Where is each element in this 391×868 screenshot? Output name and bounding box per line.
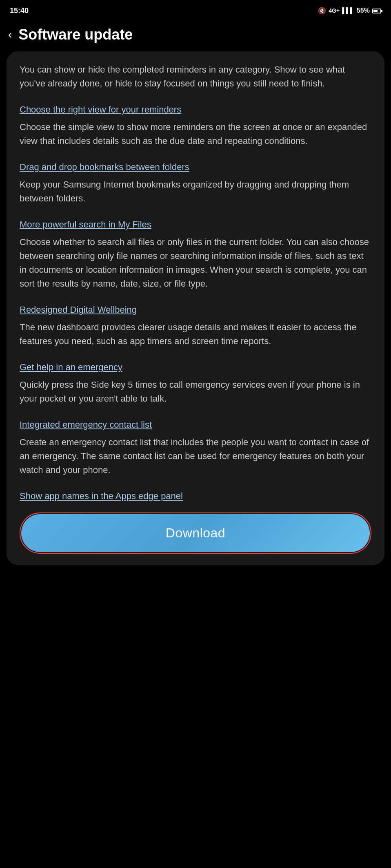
feature-title-2: More powerful search in My Files: [20, 219, 371, 231]
feature-desc-1: Keep your Samsung Internet bookmarks org…: [20, 178, 371, 205]
feature-title-4: Get help in an emergency: [20, 361, 371, 374]
content-card: You can show or hide the completed remin…: [7, 51, 384, 565]
page-title: Software update: [18, 26, 133, 43]
mute-icon: 🔇: [318, 7, 326, 15]
status-bar: 15:40 🔇 4G+ ▌▌▌ 55%: [0, 0, 391, 20]
feature-desc-5: Create an emergency contact list that in…: [20, 435, 371, 477]
feature-title-1: Drag and drop bookmarks between folders: [20, 161, 371, 174]
header: ‹ Software update: [0, 20, 391, 51]
feature-section-5: Integrated emergency contact list Create…: [20, 419, 371, 477]
status-icons: 🔇 4G+ ▌▌▌ 55%: [318, 7, 381, 15]
feature-section-2: More powerful search in My Files Choose …: [20, 219, 371, 291]
feature-section-6: Show app names in the Apps edge panel: [20, 490, 371, 503]
feature-section-4: Get help in an emergency Quickly press t…: [20, 361, 371, 406]
status-time: 15:40: [10, 7, 29, 15]
feature-section-0: Choose the right view for your reminders…: [20, 104, 371, 148]
signal-bars-icon: ▌▌▌: [342, 7, 354, 14]
feature-desc-2: Choose whether to search all files or on…: [20, 235, 371, 291]
feature-title-0: Choose the right view for your reminders: [20, 104, 371, 116]
feature-section-3: Redesigned Digital Wellbeing The new das…: [20, 304, 371, 348]
battery-icon: [372, 7, 381, 14]
feature-title-6: Show app names in the Apps edge panel: [20, 490, 371, 503]
battery-percentage: 55%: [357, 7, 370, 14]
signal-strength: 4G+: [329, 7, 340, 14]
feature-desc-3: The new dashboard provides clearer usage…: [20, 320, 371, 348]
feature-title-3: Redesigned Digital Wellbeing: [20, 304, 371, 316]
download-button-wrapper: Download: [20, 512, 371, 554]
intro-text: You can show or hide the completed remin…: [20, 63, 371, 91]
feature-section-1: Drag and drop bookmarks between folders …: [20, 161, 371, 205]
feature-desc-0: Choose the simple view to show more remi…: [20, 120, 371, 148]
feature-desc-4: Quickly press the Side key 5 times to ca…: [20, 378, 371, 406]
back-button[interactable]: ‹: [8, 29, 12, 40]
feature-title-5: Integrated emergency contact list: [20, 419, 371, 431]
download-button[interactable]: Download: [21, 514, 370, 552]
